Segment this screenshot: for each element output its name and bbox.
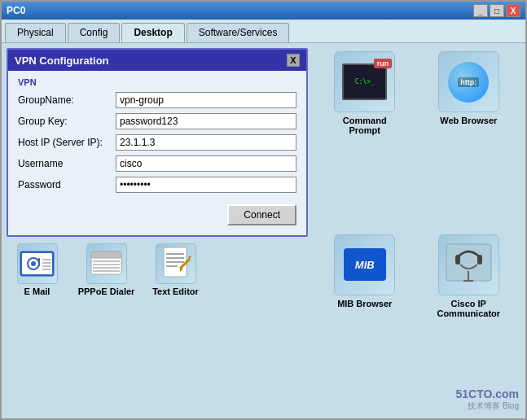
label-groupname: GroupName:	[18, 94, 116, 106]
mib-label: MIB Browser	[337, 299, 392, 308]
main-area: VPN Configuration X VPN GroupName: Group…	[2, 43, 525, 418]
pppoe-icon	[86, 243, 127, 284]
vpn-title-bar: VPN Configuration X	[8, 50, 306, 71]
window-title: PC0	[7, 5, 25, 16]
form-row-username: Username	[18, 155, 296, 172]
web-label: Web Browser	[440, 116, 497, 125]
pppoe-label: PPPoE Dialer	[78, 287, 135, 296]
label-username: Username	[18, 158, 116, 169]
web-globe	[448, 62, 489, 103]
input-hostip[interactable]	[116, 134, 296, 151]
right-panel: run C:\>_ CommandPrompt Web Browser MIB …	[313, 48, 520, 413]
watermark-site: 51CTO.com	[455, 387, 519, 400]
tab-desktop[interactable]: Desktop	[121, 23, 184, 42]
vpn-body: VPN GroupName: Group Key: Host IP (Serve…	[8, 71, 306, 235]
mib-icon-img: MIB	[334, 234, 395, 295]
bottom-icons-row: E Mail PPPoE Dialer	[7, 240, 308, 300]
svg-point-3	[31, 261, 36, 266]
email-icon	[17, 243, 58, 284]
vpn-dialog: VPN Configuration X VPN GroupName: Group…	[7, 48, 308, 237]
tabs-row: Physical Config Desktop Software/Service…	[2, 20, 525, 43]
cmd-screen: run C:\>_	[342, 63, 387, 100]
tab-physical[interactable]: Physical	[5, 23, 66, 42]
main-window: PC0 _ □ X Physical Config Desktop Softwa…	[0, 0, 527, 420]
label-hostip: Host IP (Server IP):	[18, 137, 116, 148]
email-label: E Mail	[24, 287, 51, 296]
vpn-close-button[interactable]: X	[287, 54, 300, 67]
form-row-hostip: Host IP (Server IP):	[18, 134, 296, 151]
watermark: 51CTO.com 技术博客 Blog	[455, 387, 519, 412]
svg-rect-25	[477, 255, 482, 265]
label-groupkey: Group Key:	[18, 116, 116, 127]
input-groupkey[interactable]	[116, 113, 296, 129]
input-password[interactable]	[116, 177, 296, 193]
vpn-section-label: VPN	[18, 77, 296, 87]
left-panel: VPN Configuration X VPN GroupName: Group…	[7, 48, 308, 413]
watermark-sub: 技术博客 Blog	[455, 400, 519, 412]
app-icon-cmd[interactable]: run C:\>_ CommandPrompt	[316, 51, 414, 228]
app-icon-email[interactable]: E Mail	[7, 243, 68, 296]
cmd-text: C:\>_	[355, 78, 375, 85]
svg-rect-24	[455, 255, 460, 265]
label-password: Password	[18, 179, 116, 190]
form-row-groupkey: Group Key:	[18, 113, 296, 129]
cmd-label: CommandPrompt	[343, 116, 387, 135]
window-controls: _ □ X	[473, 4, 520, 17]
form-row-groupname: GroupName:	[18, 92, 296, 108]
cisco-label: Cisco IPCommunicator	[437, 299, 500, 318]
tab-config[interactable]: Config	[68, 23, 121, 42]
minimize-button[interactable]: _	[473, 4, 488, 17]
svg-rect-10	[91, 252, 121, 258]
texteditor-icon	[156, 243, 196, 284]
form-row-password: Password	[18, 177, 296, 193]
app-icon-pppoe[interactable]: PPPoE Dialer	[76, 243, 137, 296]
texteditor-label: Text Editor	[152, 287, 199, 296]
mib-logo: MIB	[344, 248, 386, 281]
app-icon-web[interactable]: Web Browser	[420, 51, 518, 228]
svg-rect-1	[22, 253, 52, 274]
app-icon-texteditor[interactable]: Text Editor	[145, 243, 206, 296]
vpn-title: VPN Configuration	[15, 55, 109, 67]
app-icon-mib[interactable]: MIB MIB Browser	[316, 234, 414, 411]
cisco-icon-img	[438, 234, 499, 295]
cmd-run-badge: run	[374, 59, 393, 68]
vpn-connect-row: Connect	[18, 204, 296, 225]
connect-button[interactable]: Connect	[227, 204, 296, 225]
title-bar: PC0 _ □ X	[2, 2, 525, 20]
cmd-icon-img: run C:\>_	[334, 51, 395, 112]
input-groupname[interactable]	[116, 92, 296, 108]
web-icon-img	[438, 51, 499, 112]
input-username[interactable]	[116, 155, 296, 172]
close-button[interactable]: X	[506, 4, 520, 17]
maximize-button[interactable]: □	[490, 4, 504, 17]
app-icon-cisco[interactable]: Cisco IPCommunicator	[420, 234, 518, 411]
tab-software[interactable]: Software/Services	[187, 23, 290, 42]
